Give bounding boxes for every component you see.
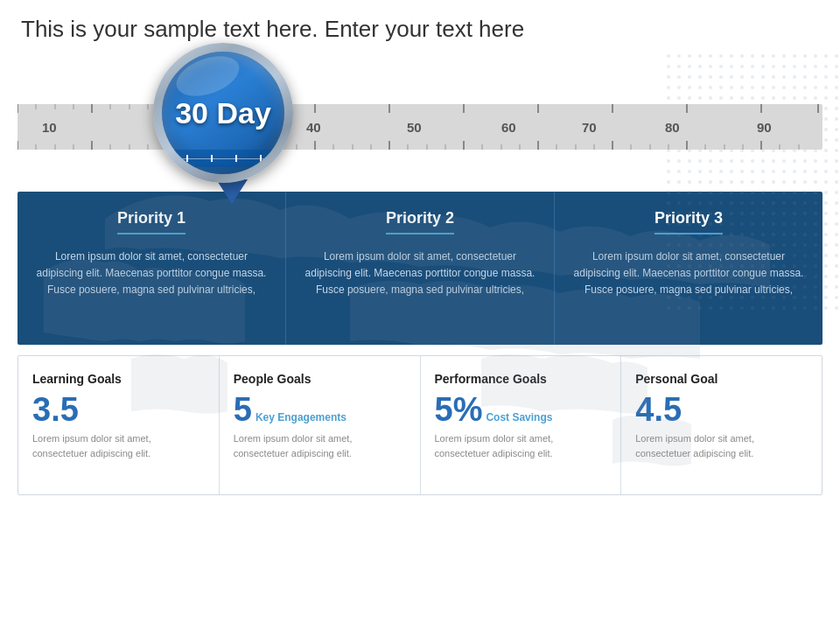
ruler-label-70: 70 (582, 120, 597, 135)
magnifier-label: 30 Day (175, 96, 271, 130)
ruler-label-10: 10 (42, 120, 57, 135)
magnifier-arrow (216, 179, 248, 204)
page-title: This is your sample text here. Enter you… (0, 0, 840, 52)
timeline-section: 30 Day (18, 52, 822, 192)
ruler-bar: 10 40 50 60 70 80 90 (18, 104, 822, 150)
ruler-label-80: 80 (665, 120, 680, 135)
ruler-label-50: 50 (407, 120, 422, 135)
magnifier: 30 Day (153, 43, 311, 200)
magnifier-face: 30 Day (162, 52, 284, 174)
ruler-label-60: 60 (501, 120, 516, 135)
ruler-label-90: 90 (757, 120, 772, 135)
